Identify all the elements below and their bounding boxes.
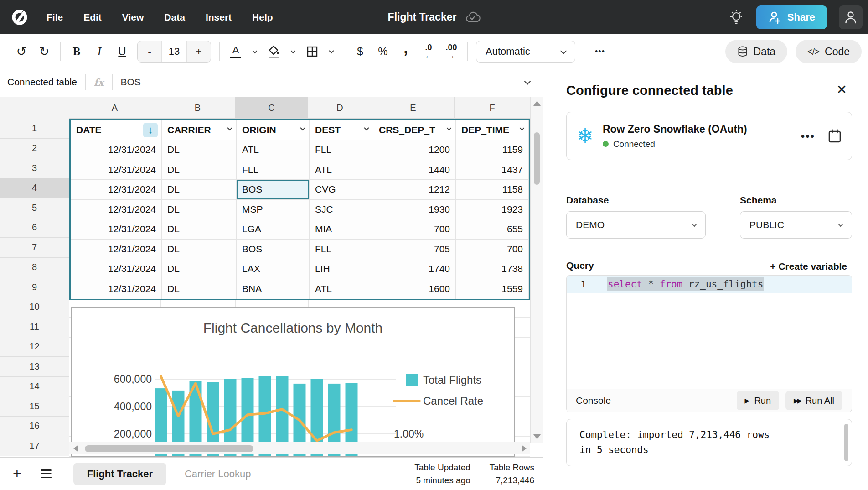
row-header-8[interactable]: 8 (0, 258, 69, 278)
row-header-10[interactable]: 10 (0, 297, 69, 318)
cell[interactable]: FLL (310, 140, 373, 160)
cell[interactable]: BNA (237, 279, 310, 299)
run-button[interactable]: ▶ Run (737, 391, 779, 410)
cell[interactable]: CVG (310, 180, 373, 199)
cell[interactable]: 1159 (456, 140, 529, 160)
sheet-tab-flight-tracker[interactable]: Flight Tracker (73, 463, 166, 485)
cell[interactable]: 1440 (373, 160, 456, 180)
font-size-decrease-button[interactable]: - (138, 46, 161, 58)
menu-data[interactable]: Data (164, 12, 185, 23)
menu-insert[interactable]: Insert (206, 12, 232, 23)
column-header-C[interactable]: C (235, 97, 308, 119)
cell[interactable]: MSP (237, 200, 310, 219)
row-header-13[interactable]: 13 (0, 357, 69, 377)
column-filter-CARRIER[interactable]: CARRIER (162, 120, 237, 140)
column-header-E[interactable]: E (372, 97, 455, 119)
column-filter-ORIGIN[interactable]: ORIGIN (237, 120, 310, 140)
text-color-button[interactable]: A (226, 41, 246, 63)
row-header-9[interactable]: 9 (0, 277, 69, 297)
account-avatar-button[interactable] (839, 5, 863, 29)
row-header-15[interactable]: 15 (0, 396, 69, 417)
text-color-dropdown[interactable] (248, 41, 261, 63)
borders-dropdown[interactable] (325, 41, 338, 63)
underline-button[interactable]: U (112, 41, 132, 63)
cell[interactable]: 655 (456, 219, 529, 239)
schedule-calendar-icon[interactable] (828, 129, 842, 143)
number-format-select[interactable]: Automatic (476, 41, 575, 63)
borders-button[interactable] (302, 41, 322, 63)
column-header-A[interactable]: A (69, 97, 160, 119)
cell[interactable]: 1923 (456, 200, 529, 219)
add-sheet-button[interactable]: + (13, 465, 21, 482)
cell[interactable]: 1600 (373, 279, 456, 299)
cell[interactable]: 705 (373, 240, 456, 259)
run-all-button[interactable]: ▶▶ Run All (785, 391, 842, 410)
row-header-4[interactable]: 4 (0, 178, 69, 198)
selected-cell[interactable]: BOS (237, 180, 310, 199)
cell[interactable]: 700 (456, 240, 529, 259)
cell[interactable]: SJC (310, 200, 373, 219)
tips-lightbulb-icon[interactable] (728, 8, 744, 26)
cell[interactable]: LAX (237, 259, 310, 279)
row-header-6[interactable]: 6 (0, 218, 69, 238)
cell[interactable]: LGA (237, 219, 310, 239)
row-header-12[interactable]: 12 (0, 337, 69, 357)
cell[interactable]: ATL (237, 140, 310, 160)
horizontal-scrollbar[interactable] (69, 442, 530, 454)
thousands-separator-button[interactable]: , (396, 41, 416, 63)
cell[interactable]: 1930 (373, 200, 456, 219)
more-options-button[interactable]: ••• (590, 41, 610, 63)
column-filter-DEP_TIME[interactable]: DEP_TIME (456, 120, 529, 140)
filter-chevron-icon[interactable] (364, 125, 369, 130)
menu-view[interactable]: View (122, 12, 144, 23)
increase-decimal-button[interactable]: .00→ (441, 41, 461, 63)
font-size-increase-button[interactable]: + (187, 46, 211, 58)
bold-button[interactable]: B (67, 41, 87, 63)
filter-chevron-icon[interactable] (300, 125, 305, 130)
cell[interactable]: ATL (310, 279, 373, 299)
italic-button[interactable]: I (89, 41, 109, 63)
percent-format-button[interactable]: % (373, 41, 393, 63)
column-header-D[interactable]: D (308, 97, 372, 119)
grid-corner[interactable] (0, 97, 69, 119)
cell[interactable]: 700 (373, 219, 456, 239)
cell[interactable]: MIA (310, 219, 373, 239)
row-header-17[interactable]: 17 (0, 436, 69, 456)
editor-active-line[interactable]: 1 select * from rz_us_flights (567, 276, 852, 293)
cell[interactable]: DL (162, 279, 237, 299)
cell[interactable]: DL (162, 140, 237, 160)
cell[interactable]: 12/31/2024 (71, 259, 162, 279)
cell[interactable]: 12/31/2024 (71, 180, 162, 199)
name-box[interactable]: Connected table (7, 77, 77, 88)
sheet-list-menu-icon[interactable] (41, 469, 52, 478)
cell[interactable]: FLL (310, 240, 373, 259)
row-header-11[interactable]: 11 (0, 317, 69, 337)
cell[interactable]: 1559 (456, 279, 529, 299)
fill-color-button[interactable] (264, 41, 284, 63)
fill-color-dropdown[interactable] (287, 41, 300, 63)
connection-card[interactable]: ❄ Row Zero Snowflake (OAuth) Connected •… (566, 112, 852, 160)
rowzero-logo-icon[interactable] (11, 9, 28, 26)
filter-chevron-icon[interactable] (519, 125, 524, 130)
cell[interactable]: 1212 (373, 180, 456, 199)
cell[interactable]: 12/31/2024 (71, 240, 162, 259)
cell[interactable]: 1200 (373, 140, 456, 160)
workbook-title[interactable]: Flight Tracker (388, 11, 457, 23)
cell[interactable]: 12/31/2024 (71, 160, 162, 180)
formula-input[interactable]: BOS (121, 77, 141, 88)
cell[interactable]: FLL (237, 160, 310, 180)
sql-code-line[interactable]: select * from rz_us_flights (600, 276, 764, 293)
scroll-right-button[interactable] (517, 442, 530, 455)
scroll-down-button[interactable] (531, 430, 542, 443)
scroll-up-button[interactable] (531, 97, 542, 109)
column-header-F[interactable]: F (455, 97, 530, 119)
cell[interactable]: 12/31/2024 (71, 200, 162, 219)
row-header-5[interactable]: 5 (0, 198, 69, 218)
sql-editor[interactable]: 1 select * from rz_us_flights . (566, 275, 852, 389)
decrease-decimal-button[interactable]: .0← (418, 41, 439, 63)
cell[interactable]: LIH (310, 259, 373, 279)
row-header-3[interactable]: 3 (0, 158, 69, 178)
row-header-1[interactable]: 1 (0, 119, 69, 139)
console-scrollbar-thumb[interactable] (844, 424, 848, 461)
scroll-left-button[interactable] (69, 442, 82, 455)
